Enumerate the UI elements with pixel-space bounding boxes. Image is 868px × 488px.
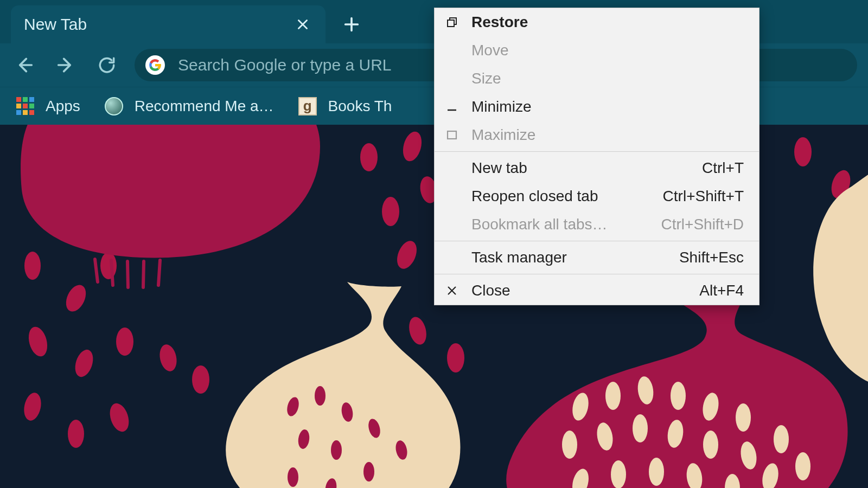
menu-label: Bookmark all tabs…	[471, 216, 654, 233]
arrow-right-icon	[55, 54, 76, 76]
svg-point-16	[382, 197, 399, 226]
menu-bookmark-all-tabs: Bookmark all tabs… Ctrl+Shift+D	[435, 210, 759, 239]
menu-separator	[435, 274, 759, 274]
favicon-icon: g	[298, 97, 317, 116]
new-tab-button[interactable]	[335, 8, 368, 41]
menu-label: Reopen closed tab	[471, 188, 655, 205]
menu-shortcut: Ctrl+T	[702, 159, 744, 177]
menu-label: Size	[471, 70, 736, 87]
svg-point-40	[736, 403, 751, 432]
svg-point-31	[288, 467, 298, 487]
svg-point-5	[100, 252, 117, 279]
close-tab-button[interactable]	[293, 15, 312, 34]
menu-label: Task manager	[471, 249, 672, 266]
svg-point-47	[774, 425, 789, 453]
svg-point-26	[315, 386, 326, 406]
svg-point-50	[649, 458, 664, 486]
svg-point-36	[605, 382, 621, 410]
bookmark-apps[interactable]: Apps	[15, 97, 80, 116]
svg-point-10	[192, 365, 209, 394]
menu-separator	[435, 241, 759, 241]
svg-point-38	[671, 382, 686, 410]
svg-point-29	[331, 440, 342, 460]
svg-point-3	[24, 252, 41, 280]
svg-point-12	[68, 420, 84, 448]
menu-size: Size	[435, 65, 759, 93]
close-icon	[296, 17, 310, 31]
menu-shortcut: Ctrl+Shift+D	[661, 216, 744, 233]
plus-icon	[342, 15, 361, 34]
menu-new-tab[interactable]: New tab Ctrl+T	[435, 154, 759, 182]
svg-point-41	[562, 431, 577, 459]
menu-minimize[interactable]: Minimize	[435, 93, 759, 121]
minimize-icon	[440, 95, 464, 119]
svg-point-8	[116, 328, 133, 356]
svg-point-43	[633, 414, 648, 442]
menu-close[interactable]: Close Alt+F4	[435, 277, 759, 305]
menu-restore[interactable]: Restore	[435, 8, 759, 36]
favicon-icon	[104, 97, 124, 116]
bookmark-books[interactable]: g Books Th	[298, 97, 392, 116]
svg-point-45	[703, 431, 718, 459]
menu-shortcut: Shift+Esc	[679, 249, 744, 266]
restore-icon	[440, 10, 464, 34]
back-button[interactable]	[11, 52, 38, 79]
arrow-left-icon	[14, 54, 35, 76]
menu-label: Maximize	[471, 126, 736, 144]
bookmark-recommend[interactable]: Recommend Me a…	[104, 97, 274, 116]
menu-reopen-tab[interactable]: Reopen closed tab Ctrl+Shift+T	[435, 182, 759, 210]
menu-separator	[435, 151, 759, 152]
forward-button[interactable]	[52, 52, 79, 79]
menu-label: Minimize	[471, 98, 736, 115]
svg-point-22	[794, 137, 812, 166]
svg-rect-58	[448, 131, 456, 139]
google-icon	[145, 55, 165, 75]
svg-point-49	[611, 460, 626, 488]
close-icon	[440, 279, 464, 303]
apps-icon	[15, 97, 35, 116]
menu-label: New tab	[471, 159, 694, 177]
bookmark-label: Books Th	[328, 98, 392, 115]
menu-move: Move	[435, 36, 759, 65]
window-context-menu: Restore Move Size Minimize Maximize New …	[434, 8, 760, 305]
menu-label: Restore	[471, 14, 736, 31]
reload-icon	[97, 55, 117, 75]
svg-point-21	[447, 343, 464, 373]
svg-rect-56	[448, 20, 454, 27]
menu-task-manager[interactable]: Task manager Shift+Esc	[435, 243, 759, 272]
menu-shortcut: Alt+F4	[699, 282, 744, 299]
tab-title: New Tab	[24, 15, 293, 34]
reload-button[interactable]	[93, 52, 120, 79]
menu-label: Close	[471, 282, 692, 299]
browser-tab[interactable]: New Tab	[11, 5, 326, 43]
menu-label: Move	[471, 42, 736, 59]
bookmark-label: Apps	[46, 98, 80, 115]
menu-shortcut: Ctrl+Shift+T	[663, 188, 744, 205]
svg-point-14	[360, 143, 378, 171]
svg-point-54	[795, 452, 810, 480]
menu-maximize: Maximize	[435, 121, 759, 149]
maximize-icon	[440, 123, 464, 147]
svg-point-33	[363, 462, 374, 481]
bookmark-label: Recommend Me a…	[135, 98, 274, 115]
